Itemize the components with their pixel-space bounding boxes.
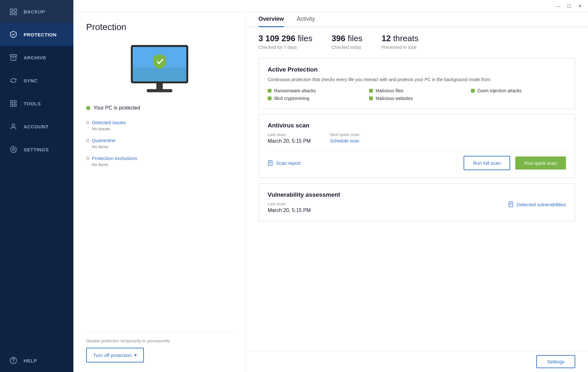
stats-row: 3 109 296 files Checked for 7 days 396 f… bbox=[246, 27, 588, 53]
feature-dot-1 bbox=[369, 89, 373, 93]
page-title: Protection bbox=[86, 22, 233, 32]
svg-rect-21 bbox=[268, 161, 272, 166]
scan-info-row: Last scan: March 20, 5:15 PM Next quick … bbox=[268, 132, 566, 144]
sidebar: BACKUP PROTECTION ARCHIVE SYNC TOOLS ACC… bbox=[0, 0, 73, 372]
feature-dot-4 bbox=[369, 96, 373, 100]
tab-overview[interactable]: Overview bbox=[258, 16, 284, 27]
status-dot bbox=[86, 106, 90, 110]
active-protection-card: Active Protection Continuous protection … bbox=[258, 58, 575, 109]
disable-section: Disable protection temporarily or perman… bbox=[86, 331, 233, 363]
issue-circle-0 bbox=[86, 121, 89, 124]
svg-rect-25 bbox=[509, 202, 513, 207]
sidebar-item-label: PROTECTION bbox=[24, 32, 56, 37]
issue-link-0[interactable]: Detected issues bbox=[86, 120, 233, 125]
detected-vulnerabilities-label: Detected vulnerabilities bbox=[517, 202, 566, 207]
backup-icon bbox=[9, 7, 18, 16]
issue-link-1[interactable]: Quarantine bbox=[86, 138, 233, 143]
minimize-button[interactable]: — bbox=[555, 3, 562, 10]
sidebar-item-label: SYNC bbox=[24, 78, 38, 83]
sidebar-item-archive[interactable]: ARCHIVE bbox=[0, 46, 73, 69]
right-panel: OverviewActivity 3 109 296 files Checked… bbox=[246, 12, 588, 372]
next-scan-label: Next quick scan: bbox=[330, 132, 360, 137]
schedule-scan-link[interactable]: Schedule scan bbox=[330, 138, 360, 143]
next-scan-col: Next quick scan: Schedule scan bbox=[330, 132, 360, 144]
issue-circle-1 bbox=[86, 139, 89, 142]
active-protection-desc: Continuous protection that checks every … bbox=[268, 76, 566, 83]
turn-off-protection-button[interactable]: Turn off protection ▾ bbox=[86, 348, 144, 362]
feature-item-2: Zoom injection attacks bbox=[471, 88, 566, 93]
sidebar-item-account[interactable]: ACCOUNT bbox=[0, 115, 73, 138]
issue-link-2[interactable]: Protection exclusions bbox=[86, 156, 233, 161]
sidebar-item-protection[interactable]: PROTECTION bbox=[0, 23, 73, 46]
monitor-illustration bbox=[86, 42, 233, 96]
help-icon bbox=[9, 356, 18, 365]
cards-area: Active Protection Continuous protection … bbox=[246, 53, 588, 351]
last-scan-col: Last scan: March 20, 5:15 PM bbox=[268, 132, 311, 144]
svg-rect-10 bbox=[14, 104, 16, 106]
feature-label-0: Ransomware attacks bbox=[274, 88, 316, 93]
feature-item-1: Malicious files bbox=[369, 88, 464, 93]
issue-sub-2: No items bbox=[92, 162, 233, 167]
settings-icon bbox=[9, 145, 18, 154]
feature-item-0: Ransomware attacks bbox=[268, 88, 363, 93]
tools-icon bbox=[9, 99, 18, 108]
protection-icon bbox=[9, 30, 18, 39]
main-area: — ☐ ✕ Protection bbox=[73, 0, 588, 372]
sidebar-item-backup[interactable]: BACKUP bbox=[0, 0, 73, 23]
stat-item-2: 12 threats Prevented in total bbox=[382, 34, 438, 50]
scan-report-link[interactable]: Scan report bbox=[268, 160, 458, 166]
sidebar-item-label: HELP bbox=[24, 358, 37, 363]
stat-value-1: 396 files bbox=[331, 34, 362, 43]
settings-button[interactable]: Settings bbox=[536, 355, 575, 368]
archive-icon bbox=[9, 53, 18, 62]
svg-rect-2 bbox=[10, 13, 13, 15]
footer: Settings bbox=[246, 351, 588, 372]
status-text: Your PC is protected bbox=[93, 105, 140, 111]
stat-value-2: 12 threats bbox=[382, 34, 419, 43]
vuln-scan-info: Last scan: March 20, 5:15 PM bbox=[268, 201, 311, 213]
stat-label-0: Checked for 7 days bbox=[258, 45, 312, 50]
detected-vulnerabilities-link[interactable]: Detected vulnerabilities bbox=[508, 201, 566, 207]
feature-label-4: Malicious websites bbox=[376, 96, 413, 101]
feature-dot-2 bbox=[471, 89, 475, 93]
maximize-button[interactable]: ☐ bbox=[566, 3, 573, 10]
issue-label-1: Quarantine bbox=[92, 138, 115, 143]
issue-sub-0: No issues bbox=[92, 126, 233, 131]
divider bbox=[268, 150, 566, 151]
sidebar-item-label: ACCOUNT bbox=[24, 124, 49, 129]
svg-rect-20 bbox=[147, 89, 172, 92]
issue-label-2: Protection exclusions bbox=[92, 156, 137, 161]
svg-rect-7 bbox=[11, 101, 13, 103]
sidebar-item-sync[interactable]: SYNC bbox=[0, 69, 73, 92]
issue-circle-2 bbox=[86, 157, 89, 160]
feature-label-3: Illicit cryptomining bbox=[274, 96, 309, 101]
sidebar-item-help[interactable]: HELP bbox=[0, 349, 73, 372]
svg-rect-1 bbox=[14, 9, 17, 11]
svg-rect-18 bbox=[133, 67, 186, 81]
vulnerability-title: Vulnerability assessment bbox=[268, 191, 566, 198]
scan-report-icon bbox=[268, 160, 273, 166]
issue-item-1: Quarantine No items bbox=[86, 138, 233, 149]
issue-item-2: Protection exclusions No items bbox=[86, 156, 233, 167]
feature-item-4: Malicious websites bbox=[369, 96, 464, 101]
feature-dot-3 bbox=[268, 96, 272, 100]
run-full-scan-button[interactable]: Run full scan bbox=[464, 156, 510, 170]
tab-activity[interactable]: Activity bbox=[297, 16, 315, 27]
stat-label-1: Checked today bbox=[331, 45, 362, 50]
titlebar: — ☐ ✕ bbox=[73, 0, 588, 12]
content-wrapper: Protection bbox=[73, 12, 588, 372]
last-scan-value: March 20, 5:15 PM bbox=[268, 138, 311, 144]
chevron-down-icon: ▾ bbox=[134, 352, 137, 358]
vuln-report-icon bbox=[508, 201, 514, 207]
issue-item-0: Detected issues No issues bbox=[86, 120, 233, 131]
svg-rect-8 bbox=[14, 101, 16, 103]
tabs-bar: OverviewActivity bbox=[246, 12, 588, 27]
run-quick-scan-button[interactable]: Run quick scan bbox=[515, 156, 566, 170]
issues-list: Detected issues No issues Quarantine No … bbox=[86, 120, 233, 167]
sidebar-item-tools[interactable]: TOOLS bbox=[0, 92, 73, 115]
stat-value-0: 3 109 296 files bbox=[258, 34, 312, 43]
vuln-last-scan-value: March 20, 5:15 PM bbox=[268, 208, 311, 213]
sidebar-item-settings[interactable]: SETTINGS bbox=[0, 138, 73, 161]
close-button[interactable]: ✕ bbox=[577, 3, 584, 10]
svg-rect-19 bbox=[156, 83, 163, 89]
